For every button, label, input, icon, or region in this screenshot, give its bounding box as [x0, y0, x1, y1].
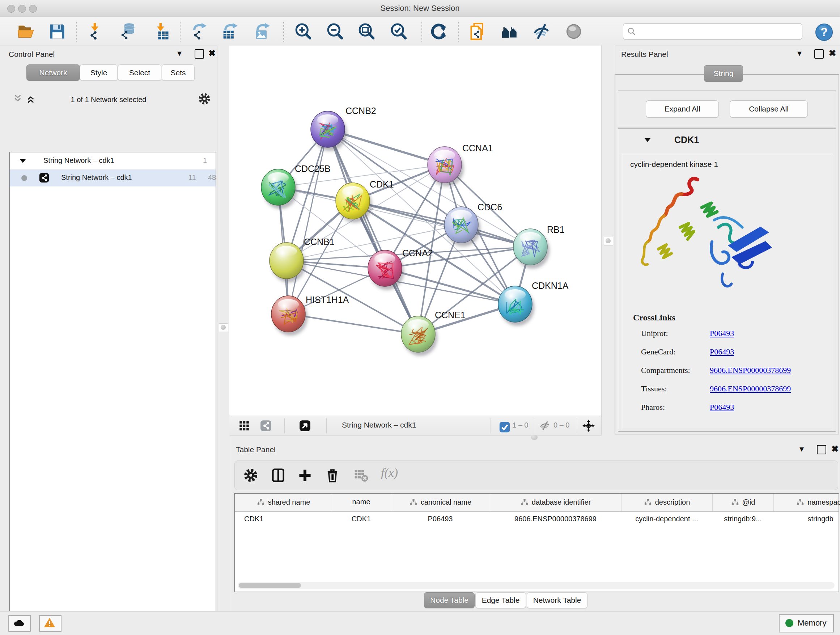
open-session-icon[interactable] [17, 22, 35, 41]
table-panel-close-icon[interactable]: ✖ [831, 444, 838, 454]
node-CCNA2[interactable] [368, 250, 404, 290]
table-horizontal-scrollbar[interactable] [238, 582, 835, 589]
warning-status-button[interactable] [39, 615, 62, 632]
hide-unselected-icon[interactable] [532, 22, 551, 41]
column-header-@id[interactable]: @id [712, 494, 774, 511]
fit-selected-crosshair-icon[interactable] [583, 420, 595, 432]
edge-CCNB2-HIST1H1A[interactable] [288, 129, 328, 314]
table-panel-splitter[interactable] [229, 435, 838, 440]
crosslink-link[interactable]: P06493 [710, 347, 734, 356]
node-CDC25B[interactable] [261, 169, 297, 209]
control-panel-collapse-icon[interactable]: ▾ [177, 49, 182, 58]
table-cell[interactable]: CDK1 [332, 511, 391, 526]
node-HIST1H1A[interactable] [271, 296, 308, 336]
tab-edge-table[interactable]: Edge Table [475, 592, 526, 608]
collapse-all-button[interactable]: Collapse All [729, 100, 808, 118]
string-home-icon[interactable] [501, 22, 519, 41]
function-builder-icon[interactable]: f(x) [381, 466, 397, 482]
node-CDK1[interactable] [336, 183, 372, 223]
node-RB1[interactable] [513, 229, 549, 269]
selected-checkbox-icon[interactable] [499, 421, 508, 433]
left-splitter-handle[interactable] [219, 323, 228, 332]
control-panel-float-icon[interactable] [195, 49, 204, 59]
show-column-icon[interactable] [270, 467, 286, 483]
node-CCNA1[interactable] [428, 147, 464, 187]
hidden-eye-slash-icon[interactable] [539, 420, 551, 432]
show-all-icon[interactable] [564, 22, 583, 41]
results-panel-float-icon[interactable] [814, 49, 824, 59]
table-settings-gear-icon[interactable] [243, 467, 259, 483]
crosslink-link[interactable]: 9606.ENSP00000378699 [710, 366, 791, 375]
tab-node-table[interactable]: Node Table [424, 592, 475, 608]
export-image-icon[interactable] [253, 22, 271, 41]
cloud-status-button[interactable] [8, 615, 31, 632]
zoom-selected-icon[interactable] [389, 22, 408, 41]
tab-sets[interactable]: Sets [162, 65, 195, 81]
table-cell[interactable]: stringdb:9... [712, 511, 774, 526]
zoom-fit-content-icon[interactable] [357, 22, 376, 41]
session-snapshot-icon[interactable] [468, 22, 487, 41]
tab-style[interactable]: Style [80, 65, 118, 81]
search-input[interactable] [639, 24, 800, 38]
table-splitter-handle[interactable] [531, 435, 538, 440]
tab-string[interactable]: String [704, 65, 743, 82]
export-table-icon[interactable] [220, 22, 239, 41]
crosslink-link[interactable]: P06493 [710, 402, 734, 412]
left-splitter[interactable] [217, 46, 230, 611]
crosslink-link[interactable]: 9606.ENSP00000378699 [710, 384, 791, 393]
collapse-all-nodes-icon[interactable] [12, 93, 23, 106]
table-cell[interactable]: P06493 [391, 511, 490, 526]
memory-button[interactable]: Memory [779, 614, 834, 632]
refresh-view-icon[interactable] [429, 22, 448, 41]
node-CDKN1A[interactable] [498, 286, 534, 326]
expand-all-nodes-icon[interactable] [25, 93, 36, 106]
results-panel-collapse-icon[interactable]: ▾ [797, 49, 802, 58]
create-column-plus-icon[interactable] [297, 467, 313, 483]
delete-table-icon[interactable] [354, 467, 369, 483]
zoom-out-icon[interactable] [325, 22, 344, 41]
network-canvas[interactable]: CCNB2CCNA1CDC25BCDK1CDC6RB1CCNB1CCNA2CDK… [229, 46, 601, 416]
export-network-icon[interactable] [189, 22, 208, 41]
table-scrollbar-thumb[interactable] [239, 583, 301, 588]
node-CCNB2[interactable] [311, 111, 347, 151]
right-splitter[interactable] [601, 46, 615, 435]
column-header-description[interactable]: description [621, 494, 713, 511]
save-session-icon[interactable] [48, 22, 66, 41]
table-cell[interactable]: stringdb [774, 511, 840, 526]
column-header-shared-name[interactable]: shared name [235, 494, 332, 511]
table-panel-float-icon[interactable] [817, 445, 826, 454]
result-entry-header[interactable]: CDK1 [618, 128, 836, 152]
table-cell[interactable]: cyclin-dependent ... [621, 511, 712, 526]
tab-network[interactable]: Network [27, 65, 80, 81]
zoom-in-icon[interactable] [294, 22, 313, 41]
network-options-gear-icon[interactable] [197, 92, 211, 107]
grid-view-icon[interactable] [238, 420, 250, 432]
entry-collapse-icon[interactable] [644, 137, 652, 144]
import-network-from-file-icon[interactable] [85, 22, 104, 41]
table-cell[interactable]: 9606.ENSP00000378699 [490, 511, 621, 526]
column-header-database-identifier[interactable]: database identifier [490, 494, 622, 511]
import-network-from-database-icon[interactable] [118, 22, 137, 41]
crosslink-link[interactable]: P06493 [710, 329, 734, 338]
control-panel-close-icon[interactable]: ✖ [208, 49, 216, 58]
column-header-name[interactable]: name [332, 494, 391, 511]
node-CDC6[interactable] [444, 207, 480, 247]
results-panel-close-icon[interactable]: ✖ [829, 49, 836, 58]
network-collection-row[interactable]: String Network – cdk1 1 [10, 152, 216, 169]
column-header-namespace[interactable]: namespace [774, 494, 840, 511]
help-icon[interactable]: ? [815, 23, 834, 42]
node-CCNE1[interactable] [401, 316, 437, 356]
birds-eye-view-icon[interactable] [299, 420, 311, 432]
tree-expand-icon[interactable] [19, 157, 27, 166]
table-cell[interactable]: CDK1 [235, 511, 332, 526]
tab-network-table[interactable]: Network Table [527, 592, 587, 608]
edge-CDK1-RB1[interactable] [353, 201, 531, 247]
delete-column-trash-icon[interactable] [325, 467, 340, 483]
column-header-canonical-name[interactable]: canonical name [391, 494, 490, 511]
import-table-from-file-icon[interactable] [152, 22, 171, 41]
network-share-icon[interactable] [260, 420, 272, 432]
network-row-selected[interactable]: String Network – cdk1 11 48 [10, 169, 216, 187]
expand-all-button[interactable]: Expand All [646, 100, 719, 118]
table-panel-collapse-icon[interactable]: ▾ [799, 444, 804, 454]
tab-select[interactable]: Select [118, 65, 161, 81]
